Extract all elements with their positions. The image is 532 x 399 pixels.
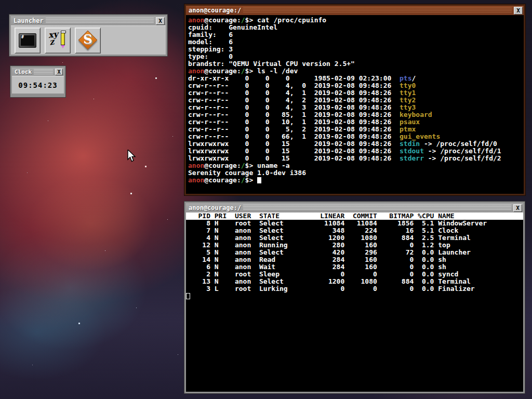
launcher-body: # xy z S	[11, 25, 166, 55]
process-table-row: 3 L root Lurking 0 0 0 0.0 Finalizer	[186, 285, 523, 292]
titlebar-stripes	[243, 205, 511, 211]
terminal-line: crw-r--r-- 0 0 5, 2 2019-02-08 09:48:26 …	[188, 126, 522, 133]
terminal-line: anon@courage:/$> ls -l /dev	[188, 68, 522, 75]
terminal-line: crw-r--r-- 0 0 4, 3 2019-02-08 09:48:26 …	[188, 104, 522, 111]
launcher-title: Launcher	[14, 17, 44, 24]
terminal-line: crw-r--r-- 0 0 4, 1 2019-02-08 09:48:26 …	[188, 89, 522, 97]
terminal-line: crw-r--r-- 0 0 10, 1 2019-02-08 09:48:26…	[188, 118, 522, 126]
terminal-line: lrwxrwxrwx 0 0 15 2019-02-08 09:48:26 st…	[188, 140, 522, 148]
launcher-window: Launcher X # xy z S	[9, 14, 168, 57]
titlebar-stripes	[243, 7, 512, 14]
text-editor-icon: xy z	[48, 32, 68, 49]
terminal-window: anon@courage:/ X anon@courage:/$> cat /p…	[184, 4, 526, 196]
terminal-line: brandstr: "QEMU Virtual CPU version 2.5+…	[188, 60, 522, 68]
process-table-row: 12 N anon Running 280 160 0 1.2 top	[186, 242, 523, 249]
terminal-line: lrwxrwxrwx 0 0 15 2019-02-08 09:48:26 st…	[188, 148, 522, 155]
terminal-line: anon@courage:/$> cat /proc/cpuinfo	[188, 17, 522, 24]
clock-title: Clock	[15, 69, 32, 75]
clock-body: 09:54:23	[12, 76, 64, 94]
clock-window: Clock X 09:54:23	[10, 65, 66, 98]
process-table-header: PID PRI USER STATE LINEAR COMMIT BITMAP …	[186, 212, 523, 220]
close-icon[interactable]: X	[513, 204, 522, 212]
titlebar-stripes	[34, 69, 53, 74]
process-table-row: 2 N root Sleep 0 0 0 0.0 syncd	[186, 271, 523, 278]
terminal-icon: #	[19, 33, 36, 48]
terminal-line: crw-r--r-- 0 0 66, 1 2019-02-08 09:48:26…	[188, 133, 522, 140]
process-table-row: 4 N anon Select 1200 1080 884 2.5 Termin…	[186, 234, 523, 242]
terminal-line	[186, 292, 523, 300]
text-cursor	[186, 293, 190, 299]
close-icon[interactable]: X	[156, 17, 165, 25]
launcher-titlebar[interactable]: Launcher X	[11, 16, 166, 25]
process-title: anon@courage:/	[189, 204, 241, 211]
terminal-title: anon@courage:/	[189, 7, 241, 14]
terminal-line: model: 6	[188, 38, 522, 46]
pencil-icon	[61, 32, 65, 45]
desktop: { "palette": { "r":"#c43a30", "w":"#ffff…	[0, 0, 532, 399]
terminal-line: lrwxrwxrwx 0 0 15 2019-02-08 09:48:26 st…	[188, 155, 522, 162]
process-screen[interactable]: PID PRI USER STATE LINEAR COMMIT BITMAP …	[186, 212, 523, 392]
terminal-titlebar[interactable]: anon@courage:/ X	[186, 6, 524, 15]
process-table-row: 6 N anon Wait 284 160 0 0.0 sh	[186, 263, 523, 271]
process-window: anon@courage:/ X PID PRI USER STATE LINE…	[184, 201, 525, 394]
serenity-icon: S	[77, 31, 98, 50]
terminal-line: type: 0	[188, 53, 522, 60]
process-table-row: 5 N anon Select 420 296 72 0.0 Launcher	[186, 249, 523, 256]
launch-terminal-button[interactable]: #	[15, 28, 41, 54]
terminal-line: cpuid: GenuineIntel	[188, 24, 522, 31]
terminal-line: anon@courage:/$>	[188, 177, 522, 184]
process-table-row: 8 H root Select 11084 11084 1856 5.1 Win…	[186, 220, 523, 227]
terminal-line: crw-r--r-- 0 0 4, 2 2019-02-08 09:48:26 …	[188, 97, 522, 104]
titlebar-stripes	[46, 18, 154, 24]
text-cursor	[257, 177, 261, 183]
clock-time: 09:54:23	[18, 81, 57, 89]
terminal-screen[interactable]: anon@courage:/$> cat /proc/cpuinfocpuid:…	[186, 15, 524, 194]
process-table-row: 7 N anon Select 348 224 16 5.1 Clock	[186, 227, 523, 234]
terminal-line: crw-r--r-- 0 0 4, 0 2019-02-08 09:48:26 …	[188, 82, 522, 89]
launch-text-editor-button[interactable]: xy z	[45, 28, 71, 54]
process-table-row: 13 N anon Select 1200 1080 884 0.0 Termi…	[186, 278, 523, 285]
terminal-line: dr-xr-xr-x 0 0 0 1985-02-09 02:23:00 pts…	[188, 75, 522, 82]
close-icon[interactable]: X	[514, 7, 523, 15]
mouse-cursor-icon	[127, 150, 137, 163]
process-titlebar[interactable]: anon@courage:/ X	[186, 203, 523, 212]
terminal-line: stepping: 3	[188, 46, 522, 53]
process-table-row: 14 N anon Read 284 160 0 0.0 sh	[186, 256, 523, 263]
terminal-line: anon@courage:/$> uname -a	[188, 162, 522, 169]
terminal-line: family: 6	[188, 31, 522, 38]
terminal-line: crw-r--r-- 0 0 85, 1 2019-02-08 09:48:26…	[188, 111, 522, 118]
clock-titlebar[interactable]: Clock X	[12, 68, 64, 76]
launch-serenity-button[interactable]: S	[75, 28, 101, 54]
wallpaper-stars	[0, 0, 1, 1]
close-icon[interactable]: X	[55, 69, 63, 75]
terminal-line: Serenity courage 1.0-dev i386	[188, 169, 522, 177]
